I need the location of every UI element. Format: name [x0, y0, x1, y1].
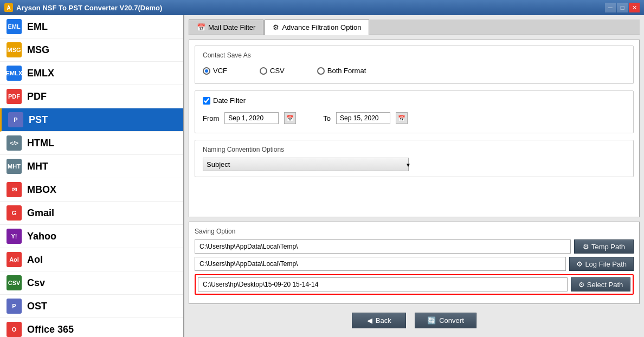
app-title: Aryson NSF To PST Converter V20.7(Demo)	[16, 4, 162, 12]
from-label: From	[203, 114, 219, 122]
back-button[interactable]: ◀ Back	[352, 313, 406, 328]
temp-path-row: ⚙ Temp Path	[195, 239, 634, 254]
contact-save-radio-group: VCF CSV Both Format	[203, 63, 626, 78]
log-file-path-input[interactable]	[195, 257, 566, 271]
close-button[interactable]: ✕	[629, 3, 640, 12]
emlx-icon: EMLX	[7, 66, 22, 81]
maximize-button[interactable]: □	[617, 3, 628, 12]
contact-save-section: Contact Save As VCF CSV Both Format	[195, 46, 634, 84]
sidebar-item-pdf[interactable]: PDFPDF	[0, 85, 183, 108]
sidebar-item-yahoo[interactable]: Y!Yahoo	[0, 225, 183, 248]
to-date-input[interactable]	[336, 112, 390, 124]
sidebar-item-mht[interactable]: MHTMHT	[0, 155, 183, 178]
sidebar-item-csv[interactable]: CSVCsv	[0, 271, 183, 295]
mht-icon: MHT	[7, 159, 22, 174]
gear-icon: ⚙	[273, 23, 279, 31]
radio-both-circle	[317, 67, 325, 75]
log-file-path-button[interactable]: ⚙ Log File Path	[569, 257, 634, 271]
naming-convention-section: Naming Convention Options Subject Date F…	[195, 140, 634, 177]
temp-path-input[interactable]	[195, 239, 571, 254]
sidebar-item-office365[interactable]: OOffice 365	[0, 318, 183, 337]
tab-advance-filtration[interactable]: ⚙ Advance Filtration Option	[265, 20, 369, 35]
select-path-button[interactable]: ⚙ Select Path	[571, 277, 630, 291]
mht-label: MHT	[27, 161, 48, 172]
yahoo-icon: Y!	[7, 229, 22, 244]
pst-icon: P	[8, 112, 23, 127]
sidebar-item-mbox[interactable]: ✉MBOX	[0, 178, 183, 202]
tab-mail-label: Mail Date Filter	[208, 23, 255, 31]
convert-button[interactable]: 🔄 Convert	[415, 313, 476, 328]
sidebar-item-msg[interactable]: MSGMSG	[0, 38, 183, 62]
gmail-icon: G	[7, 205, 22, 221]
back-label: Back	[376, 316, 391, 325]
yahoo-label: Yahoo	[27, 231, 56, 242]
msg-icon: MSG	[7, 42, 22, 57]
radio-both[interactable]: Both Format	[317, 67, 366, 75]
aol-icon: Aol	[7, 252, 22, 267]
from-date-input[interactable]	[224, 112, 279, 124]
csv-icon: CSV	[7, 275, 22, 290]
emlx-label: EMLX	[27, 68, 54, 79]
sidebar-item-eml[interactable]: EMLEML	[0, 15, 183, 38]
to-label: To	[323, 114, 331, 122]
radio-vcf-circle	[203, 67, 210, 75]
content-area: Contact Save As VCF CSV Both Format	[189, 40, 640, 217]
html-label: HTML	[27, 138, 54, 149]
right-panel: 📅 Mail Date Filter ⚙ Advance Filtration …	[184, 15, 644, 337]
radio-csv-circle	[260, 67, 267, 75]
sidebar: EMLEMLMSGMSGEMLXEMLXPDFPDFPPST</>HTMLMHT…	[0, 15, 184, 337]
tabs-bar: 📅 Mail Date Filter ⚙ Advance Filtration …	[189, 20, 640, 35]
date-filter-checkbox[interactable]	[203, 97, 210, 105]
app-icon: A	[4, 3, 13, 12]
date-filter-inputs: From 📅 To 📅	[203, 109, 626, 127]
naming-convention-label: Naming Convention Options	[203, 146, 626, 153]
radio-both-label: Both Format	[327, 67, 366, 75]
naming-convention-select[interactable]: Subject Date From To Subject-Date	[203, 158, 409, 171]
date-filter-checkbox-row: Date Filter	[203, 96, 626, 105]
from-calendar-button[interactable]: 📅	[284, 112, 296, 124]
select-path-input[interactable]	[198, 277, 568, 291]
pdf-icon: PDF	[7, 89, 22, 104]
pdf-label: PDF	[27, 91, 47, 102]
pst-label: PST	[29, 114, 48, 126]
office365-icon: O	[7, 322, 22, 337]
sidebar-item-html[interactable]: </>HTML	[0, 132, 183, 155]
log-file-path-row: ⚙ Log File Path	[195, 257, 634, 271]
radio-csv-label: CSV	[270, 67, 285, 75]
contact-save-label: Contact Save As	[203, 51, 626, 59]
sidebar-item-aol[interactable]: AolAol	[0, 248, 183, 271]
sidebar-item-ost[interactable]: POST	[0, 295, 183, 318]
eml-label: EML	[27, 21, 48, 33]
sidebar-item-pst[interactable]: PPST	[0, 108, 183, 132]
sidebar-item-gmail[interactable]: GGmail	[0, 202, 183, 225]
saving-options-title: Saving Option	[195, 228, 634, 235]
msg-label: MSG	[27, 44, 49, 56]
select-path-icon: ⚙	[578, 281, 585, 289]
to-calendar-button[interactable]: 📅	[396, 112, 408, 124]
temp-path-label: Temp Path	[591, 243, 625, 251]
calendar-icon: 📅	[197, 23, 205, 31]
office365-label: Office 365	[27, 324, 74, 335]
naming-convention-row: Subject Date From To Subject-Date	[203, 158, 626, 171]
tab-mail-date-filter[interactable]: 📅 Mail Date Filter	[189, 20, 263, 35]
mbox-icon: ✉	[7, 182, 22, 197]
radio-csv[interactable]: CSV	[260, 67, 285, 75]
minimize-button[interactable]: ─	[605, 3, 616, 12]
radio-vcf-label: VCF	[213, 67, 227, 75]
saving-options-section: Saving Option ⚙ Temp Path ⚙ Log File Pat…	[189, 222, 640, 304]
log-file-path-label: Log File Path	[585, 260, 627, 268]
html-icon: </>	[7, 135, 22, 151]
ost-label: OST	[27, 301, 47, 312]
gmail-label: Gmail	[27, 208, 54, 219]
back-icon: ◀	[367, 316, 372, 325]
date-filter-section: Date Filter From 📅 To 📅	[195, 90, 634, 133]
mbox-label: MBOX	[27, 184, 56, 196]
eml-icon: EML	[7, 19, 22, 34]
temp-path-button[interactable]: ⚙ Temp Path	[574, 239, 634, 254]
log-path-icon: ⚙	[576, 260, 583, 268]
radio-vcf[interactable]: VCF	[203, 67, 227, 75]
window-controls[interactable]: ─ □ ✕	[605, 3, 640, 12]
bottom-bar: ◀ Back 🔄 Convert	[189, 308, 640, 333]
csv-label: Csv	[27, 277, 45, 289]
sidebar-item-emlx[interactable]: EMLXEMLX	[0, 62, 183, 85]
